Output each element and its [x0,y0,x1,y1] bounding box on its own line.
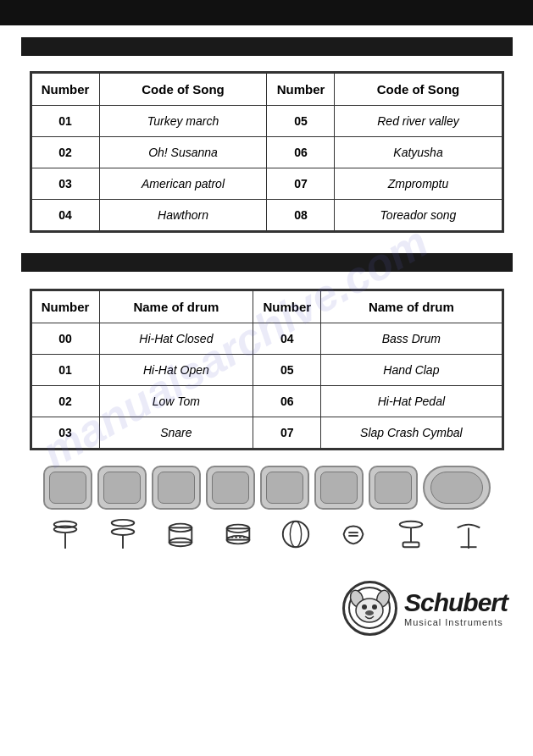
song-header-code2: Code of Song [335,74,502,106]
drum-name1-1: Hi-Hat Open [99,355,253,386]
song-table-header-row: Number Code of Song Number Code of Song [31,74,502,106]
drum-num2-3: 07 [253,417,321,449]
drum-table: Number Name of drum Number Name of drum … [31,290,502,449]
drum-table-row: 00 Hi-Hat Closed 04 Bass Drum [31,323,502,355]
drum-pad-4[interactable] [260,466,309,510]
svg-point-4 [111,528,134,535]
svg-point-14 [290,521,301,547]
bass-drum-icon [273,518,319,555]
song-table-container: Number Code of Song Number Code of Song … [30,71,504,233]
svg-point-13 [282,521,308,547]
drum-name2-0: Bass Drum [321,323,502,355]
drum-pad-0[interactable] [43,466,92,510]
svg-rect-19 [403,543,419,548]
drum-pads-row [30,466,504,510]
drum-table-container: Number Name of drum Number Name of drum … [30,289,504,450]
song-name2-1: Katyusha [335,137,502,168]
logo-brand: Schubert [404,590,508,615]
drum-name1-3: Snare [99,417,253,449]
drum-name2-1: Hand Clap [321,355,502,386]
svg-point-3 [111,520,134,527]
drum-pad-2[interactable] [152,466,201,510]
drum-header-number2: Number [253,291,321,323]
snare-icon [215,518,261,555]
drum-pad-6[interactable] [369,466,418,510]
song-name2-0: Red river valley [335,106,502,137]
song-num1-1: 02 [31,137,99,168]
drum-header-name1: Name of drum [99,291,253,323]
drum-num1-1: 01 [31,355,99,386]
drum-name2-3: Slap Crash Cymbal [321,417,502,449]
song-name1-3: Hawthorn [99,200,267,231]
drum-table-row: 01 Hi-Hat Open 05 Hand Clap [31,355,502,386]
logo-circle [342,581,397,636]
song-section-bar [21,37,513,56]
drum-table-row: 03 Snare 07 Slap Crash Cymbal [31,417,502,449]
hihat-closed-icon [42,518,88,555]
song-table-row: 04 Hawthorn 08 Toreador song [31,200,502,231]
drum-table-row: 02 Low Tom 06 Hi-Hat Pedal [31,386,502,417]
top-bar [0,0,533,25]
drum-table-header-row: Number Name of drum Number Name of drum [31,291,502,323]
drum-num2-0: 04 [253,323,321,355]
drum-num1-2: 02 [31,386,99,417]
drum-name1-2: Low Tom [99,386,253,417]
song-num1-0: 01 [31,106,99,137]
hihat-open-icon [100,518,146,555]
drum-pad-7[interactable] [423,466,491,510]
drum-num1-0: 00 [31,323,99,355]
song-table-row: 03 American patrol 07 Zmpromptu [31,168,502,200]
drum-pad-3[interactable] [206,466,255,510]
drum-num1-3: 03 [31,417,99,449]
svg-point-17 [399,521,422,528]
song-name2-2: Zmpromptu [335,168,502,200]
song-name2-3: Toreador song [335,200,502,231]
song-num1-2: 03 [31,168,99,200]
song-name1-2: American patrol [99,168,267,200]
svg-rect-10 [226,528,249,539]
song-table: Number Code of Song Number Code of Song … [31,73,502,231]
svg-point-28 [365,610,374,615]
svg-point-27 [372,604,377,610]
svg-point-26 [362,604,367,610]
low-tom-icon [158,518,203,555]
song-header-number1: Number [31,74,99,106]
song-num2-0: 05 [267,106,335,137]
song-table-row: 01 Turkey march 05 Red river valley [31,106,502,137]
drum-name1-0: Hi-Hat Closed [99,323,253,355]
crash-cymbal-icon [446,518,491,555]
song-num2-1: 06 [267,137,335,168]
drum-name2-2: Hi-Hat Pedal [321,386,502,417]
song-name1-0: Turkey march [99,106,267,137]
hihat-pedal-icon [388,518,434,555]
drum-section-bar [21,253,513,272]
drum-pad-section: Number Name of drum Number Name of drum … [0,289,533,555]
logo-sub: Musical Instruments [404,617,503,627]
drum-icons-row [30,518,504,555]
hand-clap-icon [330,518,376,555]
song-name1-1: Oh! Susanna [99,137,267,168]
drum-num2-2: 06 [253,386,321,417]
drum-header-number1: Number [31,291,99,323]
song-num1-3: 04 [31,200,99,231]
drum-header-name2: Name of drum [321,291,502,323]
song-num2-2: 07 [267,168,335,200]
drum-pad-1[interactable] [97,466,147,510]
song-table-row: 02 Oh! Susanna 06 Katyusha [31,137,502,168]
drum-num2-1: 05 [253,355,321,386]
logo-section: Schubert Musical Instruments [0,564,533,644]
song-header-code1: Code of Song [99,74,267,106]
song-header-number2: Number [267,74,335,106]
drum-pad-5[interactable] [314,466,364,510]
song-num2-3: 08 [267,200,335,231]
logo-text-block: Schubert Musical Instruments [404,590,508,627]
